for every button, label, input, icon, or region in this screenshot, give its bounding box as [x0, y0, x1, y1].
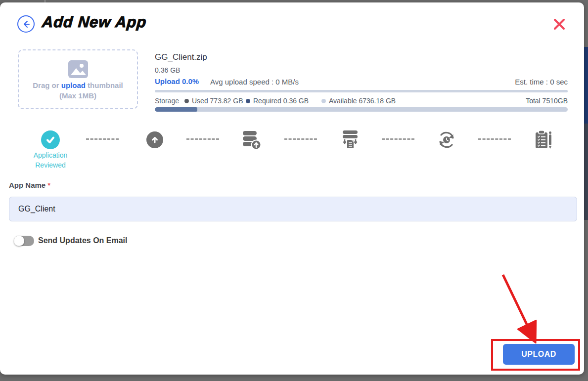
backdrop-navy-band: [584, 47, 588, 124]
dropzone-max-size: (Max 1MB): [59, 91, 96, 100]
legend-used: Used 773.82 GB: [184, 97, 243, 105]
file-name: GG_Client.zip: [155, 52, 207, 62]
step-review-summary: [532, 129, 554, 151]
step-connector: [284, 138, 317, 140]
toggle-knob: [14, 236, 24, 246]
dropzone-text: Drag or upload thumbnail: [33, 81, 123, 89]
dropzone-text-suffix: thumbnail: [86, 81, 123, 89]
sync-clock-icon: [436, 129, 457, 150]
step-store-to-database: [240, 129, 262, 151]
storage-bar-fill: [155, 107, 197, 112]
storage-total: Total 7510GB: [526, 97, 568, 105]
step-connector: [478, 138, 511, 140]
close-button[interactable]: [551, 16, 567, 32]
step-application-reviewed: [40, 129, 61, 151]
storage-legend: Storage Used 773.82 GB Required 0.36 GB …: [155, 97, 568, 106]
upload-progress-label: Upload 0.0%: [155, 77, 199, 85]
step-connector: [86, 138, 119, 140]
step-processing-sync: [436, 129, 457, 151]
app-name-label-text: App Name: [9, 181, 45, 189]
avg-upload-speed: Avg upload speed : 0 MB/s: [210, 78, 299, 86]
app-name-label: App Name *: [9, 181, 50, 189]
database-extract-icon: [339, 129, 361, 150]
close-icon: [552, 17, 566, 31]
required-asterisk: *: [47, 181, 50, 189]
used-dot-icon: [184, 99, 189, 103]
storage-label: Storage: [155, 97, 179, 105]
thumbnail-dropzone[interactable]: Drag or upload thumbnail (Max 1MB): [18, 49, 138, 109]
available-dot-icon: [321, 99, 326, 103]
page-title: Add New App: [42, 13, 147, 31]
clipboard-checklist-icon: [533, 129, 553, 150]
available-label: Available 6736.18 GB: [329, 97, 396, 105]
legend-required: Required 0.36 GB: [246, 97, 309, 105]
email-updates-toggle[interactable]: [14, 236, 34, 246]
step-upload: [144, 129, 166, 151]
upload-progress-bar: [155, 90, 568, 92]
dropzone-text-prefix: Drag or: [33, 81, 61, 89]
check-circle-icon: [41, 130, 60, 149]
required-label: Required 0.36 GB: [253, 97, 309, 105]
used-label: Used 773.82 GB: [192, 97, 243, 105]
back-button[interactable]: [17, 15, 35, 33]
arrow-left-icon: [21, 19, 31, 29]
email-updates-label: Send Updates On Email: [38, 236, 127, 245]
estimated-time: Est. time : 0 sec: [469, 78, 568, 86]
database-upload-icon: [241, 129, 262, 150]
file-size: 0.36 GB: [155, 66, 180, 74]
required-dot-icon: [246, 99, 250, 103]
upload-arrow-circle-icon: [146, 131, 163, 148]
upload-thumbnail-link[interactable]: upload: [61, 81, 86, 89]
legend-available: Available 6736.18 GB: [321, 97, 396, 105]
step-label-application-reviewed: Application Reviewed: [21, 151, 80, 170]
backdrop-slate-band: [584, 124, 588, 220]
app-name-input[interactable]: [9, 197, 577, 221]
image-placeholder-icon: [67, 59, 90, 79]
upload-button[interactable]: UPLOAD: [503, 344, 575, 365]
step-extract-files: [339, 129, 361, 151]
storage-bar: [155, 107, 568, 112]
add-new-app-dialog-page: Add New App Drag or upload thumbnail (Ma…: [0, 0, 588, 381]
step-connector: [186, 138, 219, 140]
step-connector: [382, 138, 414, 140]
